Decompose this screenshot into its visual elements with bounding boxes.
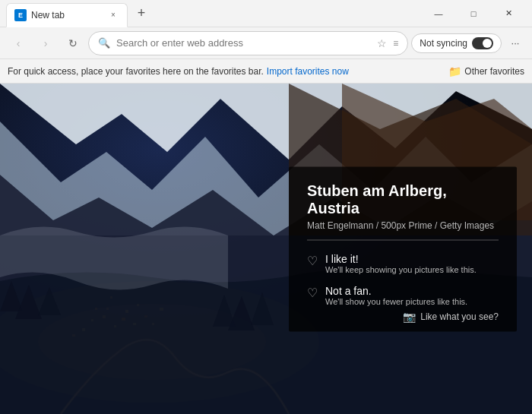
dislike-feedback-item[interactable]: ♡ Not a fan. We'll show you fewer pictur… xyxy=(307,284,499,305)
tab-favicon: E xyxy=(14,9,27,21)
heart-icon: ♡ xyxy=(307,253,318,267)
window-controls: — □ ✕ xyxy=(421,0,526,27)
camera-icon: 📷 xyxy=(403,310,416,322)
dislike-feedback-text: Not a fan. We'll show you fewer pictures… xyxy=(325,284,467,305)
tab-close-button[interactable]: × xyxy=(107,9,119,21)
like-feedback-text: I like it! We'll keep showing you pictur… xyxy=(325,252,477,273)
bookmark-icon[interactable]: ☆ xyxy=(377,37,387,49)
broken-heart-icon: ♡ xyxy=(307,285,318,299)
location-title: Stuben am Arlberg, Austria xyxy=(307,182,499,216)
folder-icon: 📁 xyxy=(448,65,461,77)
back-button[interactable]: ‹ xyxy=(6,31,30,55)
sync-label: Not syncing xyxy=(420,38,467,49)
like-what-you-see[interactable]: 📷 Like what you see? xyxy=(403,310,499,322)
address-input[interactable] xyxy=(116,37,371,49)
toolbar: ‹ › ↻ 🔍 ☆ ≡ Not syncing ··· xyxy=(0,27,532,59)
tab-title: New tab xyxy=(31,10,103,21)
like-what-label: Like what you see? xyxy=(420,311,499,321)
import-favorites-link[interactable]: Import favorites now xyxy=(267,66,349,77)
forward-button[interactable]: › xyxy=(33,31,58,55)
photo-credit: Matt Engelmann / 500px Prime / Getty Ima… xyxy=(307,220,499,240)
refresh-button[interactable]: ↻ xyxy=(61,31,85,55)
info-card: Stuben am Arlberg, Austria Matt Engelman… xyxy=(289,166,517,331)
like-description: We'll keep showing you pictures like thi… xyxy=(325,264,477,273)
search-icon: 🔍 xyxy=(98,37,110,49)
dislike-title: Not a fan. xyxy=(325,284,467,296)
more-button[interactable]: ··· xyxy=(505,33,526,54)
close-button[interactable]: ✕ xyxy=(491,0,526,27)
sync-button[interactable]: Not syncing xyxy=(411,33,502,53)
minimize-button[interactable]: — xyxy=(421,0,456,27)
tab[interactable]: E New tab × xyxy=(6,3,128,27)
favorites-text: For quick access, place your favorites h… xyxy=(8,66,264,77)
main-content: Stuben am Arlberg, Austria Matt Engelman… xyxy=(0,84,532,414)
favorites-bar: For quick access, place your favorites h… xyxy=(0,59,532,84)
maximize-button[interactable]: □ xyxy=(456,0,491,27)
new-tab-button[interactable]: + xyxy=(131,3,152,24)
favorites-icon[interactable]: ≡ xyxy=(393,38,398,49)
address-bar[interactable]: 🔍 ☆ ≡ xyxy=(88,31,408,55)
other-favorites-button[interactable]: 📁 Other favorites xyxy=(448,65,524,77)
like-feedback-item[interactable]: ♡ I like it! We'll keep showing you pict… xyxy=(307,252,499,273)
sync-toggle[interactable] xyxy=(472,37,493,49)
like-title: I like it! xyxy=(325,252,477,264)
other-favorites-label: Other favorites xyxy=(464,66,524,77)
dislike-description: We'll show you fewer pictures like this. xyxy=(325,296,467,305)
title-bar: E New tab × + — □ ✕ xyxy=(0,0,532,27)
